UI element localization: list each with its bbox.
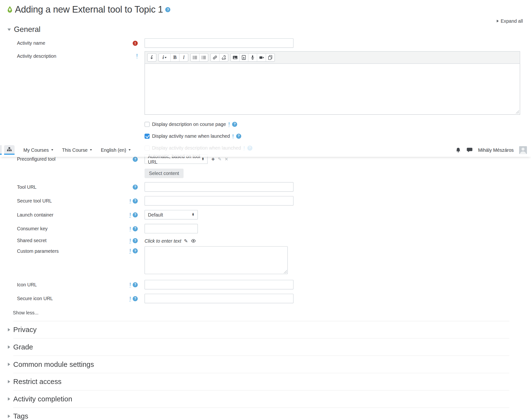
nav-this-course[interactable]: This Course xyxy=(62,147,92,152)
icon-url-row: Icon URL !? xyxy=(0,280,520,289)
required-hint-icon: ! xyxy=(130,238,131,243)
section-activity-completion[interactable]: Activity completion xyxy=(0,395,520,403)
section-general[interactable]: General xyxy=(0,25,531,34)
required-hint-icon: ! xyxy=(130,198,131,203)
resize-handle[interactable] xyxy=(283,270,287,273)
eye-icon[interactable] xyxy=(191,239,196,243)
section-tags[interactable]: Tags xyxy=(0,412,520,420)
launch-container-label: Launch container xyxy=(17,212,53,217)
secure-tool-url-row: Secure tool URL !? xyxy=(0,196,520,205)
manage-files-icon[interactable] xyxy=(266,54,274,61)
section-grade[interactable]: Grade xyxy=(0,343,520,351)
consumer-key-row: Consumer key !? xyxy=(0,224,520,233)
secure-icon-url-input[interactable] xyxy=(145,294,293,303)
tool-url-row: Tool URL ? xyxy=(0,182,520,192)
help-icon[interactable]: ? xyxy=(133,248,138,254)
chevron-right-icon xyxy=(8,414,10,418)
section-title: Tags xyxy=(13,412,28,420)
help-icon[interactable]: ? xyxy=(165,7,170,12)
help-icon[interactable]: ? xyxy=(236,133,241,138)
help-icon[interactable]: ? xyxy=(133,157,138,162)
section-restrict-access[interactable]: Restrict access xyxy=(0,377,520,386)
secure-tool-url-input[interactable] xyxy=(145,196,293,205)
unlink-icon[interactable] xyxy=(219,54,228,61)
activity-name-input[interactable] xyxy=(145,38,293,48)
notifications-bell-icon[interactable] xyxy=(455,147,461,153)
nav-language[interactable]: English (en) xyxy=(101,147,131,152)
chevron-down-icon xyxy=(7,28,11,31)
divider xyxy=(13,356,509,356)
help-icon[interactable]: ? xyxy=(133,282,138,287)
messages-chat-icon[interactable] xyxy=(467,147,472,152)
edit-pencil-icon[interactable]: ✎ xyxy=(184,238,188,243)
chevron-down-icon xyxy=(51,149,53,151)
record-audio-icon[interactable] xyxy=(248,54,257,61)
unordered-list-icon[interactable] xyxy=(191,54,199,61)
tool-url-input[interactable] xyxy=(145,182,293,192)
shared-secret-placeholder[interactable]: Click to enter text xyxy=(145,238,181,243)
activity-description-label: Activity description xyxy=(17,53,56,59)
paragraph-styles-icon[interactable]: i xyxy=(159,54,170,61)
display-activity-name-checkbox[interactable] xyxy=(145,133,150,138)
avatar[interactable] xyxy=(519,146,527,154)
bold-icon[interactable]: B xyxy=(170,54,179,61)
page-header: Adding a new External tool to Topic 1 ? xyxy=(0,0,531,15)
resize-handle[interactable] xyxy=(515,109,519,114)
section-title: Grade xyxy=(13,343,33,351)
user-name[interactable]: Mihály Mészáros xyxy=(478,147,514,152)
ordered-list-icon[interactable] xyxy=(199,54,208,61)
custom-parameters-row: Custom parameters !? xyxy=(0,246,520,274)
image-icon[interactable] xyxy=(231,54,239,61)
help-icon[interactable]: ? xyxy=(232,121,237,127)
expand-all-link[interactable]: Expand all xyxy=(0,15,531,24)
help-icon[interactable]: ? xyxy=(133,184,138,189)
checkbox-label: Display activity name when launched xyxy=(152,133,230,139)
help-icon[interactable]: ? xyxy=(133,226,138,231)
custom-parameters-textarea[interactable] xyxy=(145,246,288,274)
delete-tool-icon: ✕ xyxy=(225,157,228,161)
nav-my-courses[interactable]: My Courses xyxy=(23,147,53,152)
select-content-button[interactable]: Select content xyxy=(145,169,183,178)
editor-content-area[interactable] xyxy=(145,64,520,115)
required-hint-icon: ! xyxy=(130,282,131,287)
help-icon[interactable]: ? xyxy=(133,212,138,217)
navbar-edge-button[interactable] xyxy=(0,145,2,155)
section-privacy[interactable]: Privacy xyxy=(0,326,520,334)
display-description-row: Display description on course page ! ? xyxy=(145,121,520,127)
chevron-right-icon xyxy=(8,328,10,331)
collapse-toolbar-icon[interactable] xyxy=(148,54,156,61)
help-icon[interactable]: ? xyxy=(133,296,138,301)
italic-icon[interactable]: I xyxy=(179,54,188,61)
navbar: My Courses This Course English (en) Mihá… xyxy=(0,143,531,157)
consumer-key-input[interactable] xyxy=(145,224,198,233)
section-title: Restrict access xyxy=(13,377,62,386)
help-icon[interactable]: ? xyxy=(133,198,138,203)
display-description-checkbox[interactable] xyxy=(145,121,150,127)
page-title: Adding a new External tool to Topic 1 xyxy=(15,4,163,15)
chevron-right-icon xyxy=(8,345,10,349)
section-title: Activity completion xyxy=(13,395,72,403)
link-icon[interactable] xyxy=(211,54,219,61)
help-icon[interactable]: ? xyxy=(133,238,138,243)
icon-url-input[interactable] xyxy=(145,280,293,289)
launch-container-select[interactable]: Default ▲▼ xyxy=(145,210,198,219)
shared-secret-row: Shared secret !? Click to enter text ✎ xyxy=(0,236,520,244)
external-tool-icon xyxy=(7,6,12,13)
rich-text-editor: i B I xyxy=(145,51,520,115)
show-less-link[interactable]: Show less... xyxy=(13,310,520,315)
sitemap-icon[interactable] xyxy=(4,145,15,155)
collapsed-sections: PrivacyGradeCommon module settingsRestri… xyxy=(0,326,520,420)
edit-tool-icon: ✎ xyxy=(218,157,221,161)
consumer-key-label: Consumer key xyxy=(17,226,48,231)
launch-container-row: Launch container !? Default ▲▼ xyxy=(0,210,520,219)
required-hint-icon: ! xyxy=(232,133,234,138)
add-tool-icon[interactable]: + xyxy=(212,156,215,162)
divider xyxy=(13,407,509,408)
icon-url-label: Icon URL xyxy=(17,282,37,287)
media-icon[interactable] xyxy=(239,54,248,61)
chevron-right-icon xyxy=(8,380,10,383)
section-title: Common module settings xyxy=(13,360,94,369)
record-video-icon[interactable] xyxy=(257,54,266,61)
divider xyxy=(13,321,509,321)
section-common-module-settings[interactable]: Common module settings xyxy=(0,360,520,369)
